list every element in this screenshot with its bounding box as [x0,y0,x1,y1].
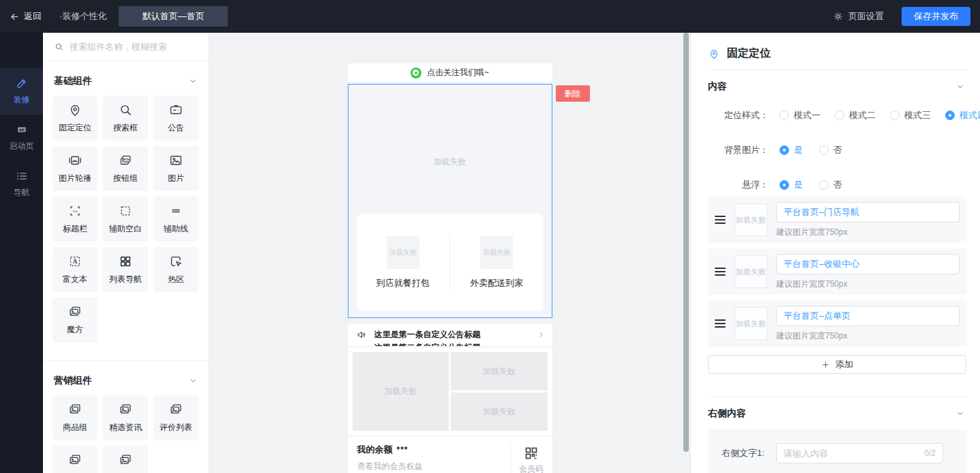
component-card-rich-text[interactable]: 富文本 [53,247,98,292]
nav-item-title-input[interactable] [776,306,960,326]
inspector-header: 固定定位 [704,33,966,70]
notice-marquee: 这里是第一条自定义公告标题 这里是第二条自定义公告标题 [374,324,530,346]
add-item-button[interactable]: 添加 [708,355,966,374]
rail-item-label: 装修 [14,94,30,106]
content-section-header: 内容 [708,81,965,93]
save-publish-button[interactable]: 保存并发布 [902,7,970,26]
component-card-product-group[interactable]: 商品组 [53,395,98,440]
style-row: 定位样式： 模式一 模式二 模式三 模式四 [704,109,966,121]
title-bar-icon [68,203,83,218]
phone-preview: 点击关注我们哦~ 加载失败 加载失败 到店就餐打包 加载失败 外卖配送到家 删除 [348,63,552,473]
component-card-image[interactable]: 图片 [153,146,198,191]
notice-bar[interactable]: 这里是第一条自定义公告标题 这里是第二条自定义公告标题 [348,324,552,346]
component-card-store-info[interactable]: 门店信息 [103,446,148,473]
photos-icon [168,402,183,417]
page-settings-button[interactable]: 页面设置 [833,10,884,23]
radio-bg-no[interactable]: 否 [819,144,859,156]
background-image-row: 背景图片： 是 否 [704,144,966,156]
radio-mode-1[interactable]: 模式一 [779,109,835,121]
qr-code-icon [523,445,539,461]
balance-bar[interactable]: 我的余额 *** 查看我的会员权益 会员码 [348,437,552,473]
component-card-list-nav[interactable]: 列表导航 [103,247,148,292]
component-card-button-group[interactable]: 按钮组 [103,146,148,191]
right-text-label: 右侧文字1: [722,447,776,459]
tab-default-home[interactable]: 默认首页—首页 [119,6,228,27]
image-placeholder: 加载失败 [480,236,513,269]
thumbnail-placeholder[interactable]: 加载失败 [734,255,767,288]
thumbnail-placeholder[interactable]: 加载失败 [734,307,767,340]
plus-icon [821,360,830,369]
radio-mode-4[interactable]: 模式四 [945,109,980,121]
back-button[interactable]: 返回 [10,10,42,23]
image-size-hint: 建议图片宽度750px [776,227,960,238]
component-card-blank-space[interactable]: 辅助空白 [103,197,148,242]
follow-text: 点击关注我们哦~ [427,67,489,78]
library-search [43,33,209,61]
chevron-down-icon[interactable] [188,376,198,386]
library-section-marketing-header: 营销组件 [54,375,198,387]
nav-item-title-input[interactable] [776,254,960,274]
right-text-input[interactable] [784,448,920,459]
section-title: 内容 [708,81,727,93]
canvas-scrollbar[interactable] [683,33,689,473]
radio-mode-3[interactable]: 模式三 [890,109,945,121]
member-benefits-link[interactable]: 查看我的会员权益 [357,461,510,472]
component-card-coupon-list[interactable]: 券包列表 [53,446,98,473]
rail-item-launch-page[interactable]: 启动页 [0,115,43,161]
banner-item-dine-in[interactable]: 加载失败 到店就餐打包 [357,236,450,289]
radio-float-no[interactable]: 否 [819,179,859,191]
blank-space-icon [118,203,133,218]
balance-masked-value: *** [397,445,409,455]
divider-line-icon [168,203,183,218]
component-card-fixed-position[interactable]: 固定定位 [53,96,98,141]
radio-icon [819,145,829,155]
drag-handle-icon[interactable] [715,216,726,224]
image-placeholder: 加载失败 [387,236,419,269]
grid-cell-bottom[interactable]: 加载失败 [451,392,548,431]
rail-item-navigation[interactable]: 导航 [0,161,43,207]
chevron-right-icon [537,330,546,339]
thumbnail-placeholder[interactable]: 加载失败 [734,203,767,236]
component-label: 固定定位 [59,122,91,134]
page-settings-label: 页面设置 [848,10,884,23]
pin-icon [708,48,720,60]
chevron-down-icon[interactable] [955,82,965,91]
component-card-announcement[interactable]: 公告 [153,96,198,141]
tab-label: 默认首页—首页 [143,10,205,23]
component-label: 搜索框 [113,122,138,134]
radio-icon [890,111,900,120]
delete-button[interactable]: 删除 [556,85,590,102]
scrollbar-thumb[interactable] [683,33,689,452]
radio-float-yes[interactable]: 是 [779,179,819,191]
search-input[interactable] [70,42,198,52]
drag-handle-icon[interactable] [715,268,726,276]
nav-item-title-input[interactable] [776,202,960,223]
carousel-icon [68,153,83,168]
component-card-title-bar[interactable]: 标题栏 [53,197,98,242]
radio-mode-2[interactable]: 模式二 [835,109,890,121]
grid-cell-large[interactable]: 加载失败 [353,352,449,431]
component-label: 公告 [168,122,184,134]
component-card-featured-news[interactable]: 精选资讯 [103,395,148,440]
component-card-review-list[interactable]: 评价列表 [153,395,198,440]
component-card-divider-line[interactable]: 辅助线 [153,197,198,242]
gear-icon [833,11,844,22]
radio-label: 模式二 [849,109,876,121]
component-card-image-carousel[interactable]: 图片轮播 [53,146,98,191]
rail-item-decorate[interactable]: 装修 [0,68,43,115]
drag-handle-icon[interactable] [715,319,726,328]
selected-fixed-position-block[interactable]: 加载失败 加载失败 到店就餐打包 加载失败 外卖配送到家 删除 [348,84,552,318]
member-code-button[interactable]: 会员码 [510,444,552,473]
chevron-down-icon[interactable] [188,76,198,86]
follow-us-bar[interactable]: 点击关注我们哦~ [348,63,552,82]
canvas: 点击关注我们哦~ 加载失败 加载失败 到店就餐打包 加载失败 外卖配送到家 删除 [209,33,690,473]
component-card-cube[interactable]: 魔方 [53,298,98,343]
image-grid-block[interactable]: 加载失败 加载失败 加载失败 [348,347,552,435]
radio-label: 是 [794,179,803,191]
radio-bg-yes[interactable]: 是 [779,144,819,156]
grid-cell-top[interactable]: 加载失败 [451,352,548,390]
banner-item-delivery[interactable]: 加载失败 外卖配送到家 [450,236,544,289]
component-card-hotzone[interactable]: 热区 [153,247,198,292]
chevron-down-icon[interactable] [955,409,965,418]
component-card-search-box[interactable]: 搜索框 [103,96,148,141]
